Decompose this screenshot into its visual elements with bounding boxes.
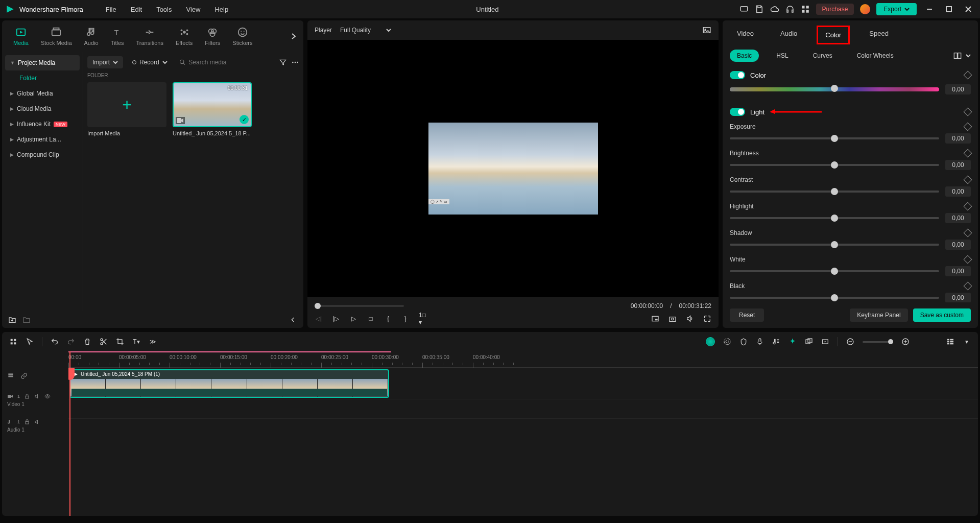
save-custom-button[interactable]: Save as custom xyxy=(913,308,971,322)
audio-mix-icon[interactable] xyxy=(772,338,780,346)
color-slider-thumb[interactable] xyxy=(831,85,838,92)
playhead-head-icon[interactable] xyxy=(68,368,75,380)
quality-select[interactable]: Full Quality xyxy=(340,27,391,34)
picture-icon[interactable] xyxy=(702,26,711,35)
zoom-out-icon[interactable] xyxy=(846,338,854,346)
color-preview-icon[interactable] xyxy=(706,337,715,346)
prop-slider[interactable] xyxy=(730,270,939,272)
play-button[interactable]: ▷ xyxy=(349,315,357,323)
keyframe-diamond-icon[interactable] xyxy=(964,123,972,131)
prop-value[interactable]: 0,00 xyxy=(945,293,971,302)
split-icon[interactable] xyxy=(100,338,108,346)
media-clip-thumbnail[interactable]: 00:00:31 ✓ xyxy=(173,82,252,127)
zoom-slider[interactable] xyxy=(863,341,893,343)
subtab-curves[interactable]: Curves xyxy=(806,50,840,62)
collapse-sidebar-icon[interactable] xyxy=(289,316,297,324)
crop-icon[interactable] xyxy=(116,338,124,346)
record-button[interactable]: Record xyxy=(127,56,173,68)
keyframe-panel-button[interactable]: Keyframe Panel xyxy=(850,308,907,322)
fullscreen-button[interactable] xyxy=(703,315,711,323)
subtab-color-wheels[interactable]: Color Wheels xyxy=(850,50,901,62)
ratio-button[interactable]: 1□ ▾ xyxy=(419,315,427,323)
tab-audio[interactable]: Audio xyxy=(79,25,104,48)
prop-slider[interactable] xyxy=(730,191,939,193)
purchase-button[interactable]: Purchase xyxy=(816,4,854,15)
zoom-in-icon[interactable] xyxy=(901,338,910,346)
menu-help[interactable]: Help xyxy=(207,6,235,13)
slider-thumb[interactable] xyxy=(831,188,838,195)
progress-bar[interactable] xyxy=(315,305,404,307)
color-value[interactable]: 0,00 xyxy=(945,84,971,94)
import-button[interactable]: Import xyxy=(87,56,123,68)
slider-thumb[interactable] xyxy=(831,161,838,169)
color-rainbow-slider[interactable] xyxy=(730,87,939,91)
tab-speed[interactable]: Speed xyxy=(862,26,896,44)
mark-out-button[interactable]: } xyxy=(401,315,410,323)
menu-edit[interactable]: Edit xyxy=(124,6,149,13)
prop-slider[interactable] xyxy=(730,217,939,219)
chevron-down-icon[interactable] xyxy=(966,53,971,58)
sidebar-adjustment-layer[interactable]: ▶Adjustment La... xyxy=(5,132,80,147)
prop-value[interactable]: 0,00 xyxy=(945,160,971,170)
tab-transitions[interactable]: Transitions xyxy=(131,25,169,48)
tab-media[interactable]: Media xyxy=(8,25,34,48)
filter-icon[interactable] xyxy=(279,58,287,66)
stack-icon[interactable] xyxy=(7,372,14,379)
redo-icon[interactable] xyxy=(67,338,75,346)
prop-slider[interactable] xyxy=(730,244,939,246)
tracks-area[interactable]: 00:0000:00:05:0000:00:10:0000:00:15:0000… xyxy=(68,351,978,516)
sidebar-cloud-media[interactable]: ▶Cloud Media xyxy=(5,101,80,116)
tab-filters[interactable]: Filters xyxy=(200,25,225,48)
keyframe-diamond-icon[interactable] xyxy=(964,255,972,264)
headphone-icon[interactable] xyxy=(785,5,795,14)
tabs-more-icon[interactable] xyxy=(290,33,297,40)
cursor-tool-icon[interactable] xyxy=(26,338,34,346)
sidebar-folder[interactable]: Folder xyxy=(5,70,80,86)
link-icon[interactable] xyxy=(20,372,28,379)
sidebar-influence-kit[interactable]: ▶Influence KitNEW xyxy=(5,116,80,132)
adjust-icon[interactable] xyxy=(723,338,731,346)
keyframe-diamond-icon[interactable] xyxy=(964,176,972,184)
timeline-ruler[interactable]: 00:0000:00:05:0000:00:10:0000:00:15:0000… xyxy=(68,351,978,368)
user-avatar[interactable] xyxy=(860,4,870,14)
sidebar-global-media[interactable]: ▶Global Media xyxy=(5,86,80,101)
color-toggle[interactable] xyxy=(730,71,745,79)
maximize-icon[interactable] xyxy=(945,6,952,13)
prop-value[interactable]: 0,00 xyxy=(945,186,971,197)
reset-button[interactable]: Reset xyxy=(730,308,764,322)
tab-color[interactable]: Color xyxy=(817,26,850,44)
more-tools-icon[interactable]: ≫ xyxy=(149,338,157,346)
slider-thumb[interactable] xyxy=(831,294,838,301)
tab-video[interactable]: Video xyxy=(730,26,761,44)
prop-slider[interactable] xyxy=(730,164,939,166)
keyframe-diamond-icon[interactable] xyxy=(964,282,972,291)
prop-value[interactable]: 0,00 xyxy=(945,133,971,144)
keyframe-diamond-icon[interactable] xyxy=(964,71,972,80)
import-tile[interactable]: + xyxy=(87,82,166,127)
group-icon[interactable] xyxy=(805,338,813,346)
text-tool-icon[interactable]: T▾ xyxy=(132,338,140,346)
prop-slider[interactable] xyxy=(730,137,939,139)
mute-icon[interactable] xyxy=(34,393,40,399)
view-dropdown-icon[interactable]: ▾ xyxy=(963,338,971,346)
new-folder-icon[interactable] xyxy=(8,316,16,324)
delete-icon[interactable] xyxy=(83,338,91,346)
mute-icon[interactable] xyxy=(34,419,40,425)
menu-file[interactable]: File xyxy=(99,6,124,13)
keyframe-diamond-icon[interactable] xyxy=(964,202,972,211)
export-button[interactable]: Export xyxy=(876,3,917,15)
prop-value[interactable]: 0,00 xyxy=(945,213,971,223)
subtab-basic[interactable]: Basic xyxy=(730,50,759,62)
close-icon[interactable] xyxy=(965,6,972,13)
select-tool-icon[interactable] xyxy=(9,338,17,346)
playhead[interactable] xyxy=(69,351,70,516)
marker-icon[interactable] xyxy=(739,338,748,346)
search-input[interactable] xyxy=(188,59,272,66)
video-track-row[interactable]: Untitled_ Jun 05,2024 5_18 PM (1) xyxy=(68,368,978,399)
keyframe-diamond-icon[interactable] xyxy=(964,229,972,237)
voiceover-icon[interactable] xyxy=(756,338,764,346)
slider-thumb[interactable] xyxy=(831,215,838,222)
cloud-icon[interactable] xyxy=(770,5,779,14)
volume-button[interactable] xyxy=(686,315,694,323)
pip-button[interactable] xyxy=(651,315,659,323)
